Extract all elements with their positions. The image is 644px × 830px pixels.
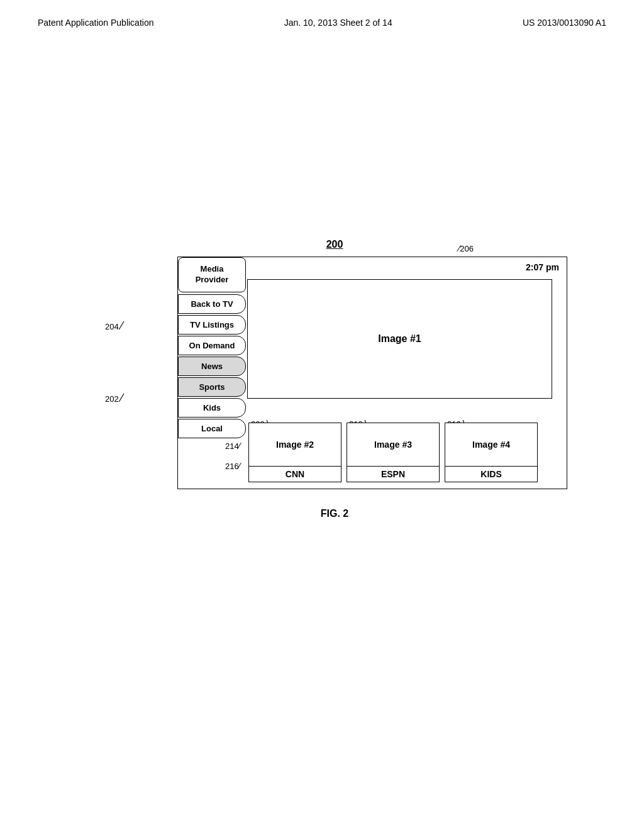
menu-item-tv-listings[interactable]: TV Listings	[178, 315, 246, 335]
menu-item-local[interactable]: Local	[178, 419, 246, 438]
time-display: 2:07 pm	[526, 262, 559, 272]
thumbnail-label-cnn: CNN	[248, 467, 341, 482]
thumbnail-image-3: Image #3	[347, 423, 440, 467]
menu-item-news[interactable]: News	[178, 357, 246, 376]
thumbnail-item-3: Image #4 KIDS	[445, 423, 538, 482]
thumbnail-label-kids: KIDS	[445, 467, 538, 482]
thumbnail-row: Image #2 CNN Image #3 ESPN	[248, 423, 538, 482]
thumbnail-label-espn: ESPN	[347, 467, 440, 482]
thumbnail-image-4: Image #4	[445, 423, 538, 467]
outer-box: 2:07 pm ∕206 Media Provider Back to TV T…	[177, 257, 567, 489]
menu-item-media-provider[interactable]: Media Provider	[178, 257, 246, 292]
thumbnail-item-2: Image #3 ESPN	[347, 423, 440, 482]
header-right: US 2013/0013090 A1	[523, 18, 606, 28]
diagram-area: 200 204 ∕ 202 ∕ 2:07 pm ∕206 Media P	[102, 239, 542, 519]
thumbnail-image-2: Image #2	[248, 423, 341, 467]
menu-item-kids[interactable]: Kids	[178, 398, 246, 418]
ref-200-label: 200	[326, 239, 343, 250]
ref-204: 204 ∕	[105, 319, 123, 333]
patent-header: Patent Application Publication Jan. 10, …	[0, 0, 644, 28]
header-left: Patent Application Publication	[38, 18, 153, 28]
ref-202: 202 ∕	[105, 392, 123, 405]
figure-caption: FIG. 2	[140, 508, 530, 519]
ref-206-label: ∕206	[458, 243, 474, 253]
main-image-1: Image #1	[247, 279, 552, 399]
menu-item-sports[interactable]: Sports	[178, 377, 246, 397]
menu-item-on-demand[interactable]: On Demand	[178, 336, 246, 355]
menu-column: Media Provider Back to TV TV Listings On…	[178, 257, 246, 490]
menu-item-back-to-tv[interactable]: Back to TV	[178, 294, 246, 314]
ref-214-label: 214∕	[225, 441, 240, 451]
thumbnail-item-1: Image #2 CNN	[248, 423, 341, 482]
ref-216-label: 216∕	[225, 461, 240, 471]
header-center: Jan. 10, 2013 Sheet 2 of 14	[284, 18, 392, 28]
